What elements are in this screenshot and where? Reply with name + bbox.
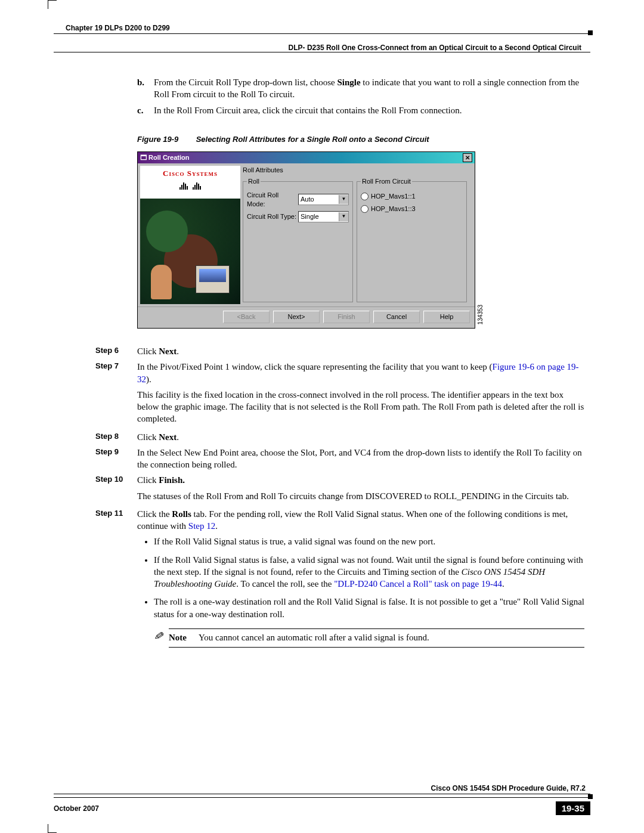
dialog-splash: Cisco Systems [140,166,240,304]
next-button[interactable]: Next> [273,311,320,323]
footer-guide: Cisco ONS 15454 SDH Procedure Guide, R7.… [48,784,586,792]
radio-icon [361,193,369,200]
radio-icon [361,205,369,213]
roll-from-option-1[interactable]: HOP_Mavs1::1 [361,192,463,201]
step-6-label: Step 6 [95,345,137,357]
roll-legend: Roll [247,177,261,186]
header-chapter: Chapter 19 DLPs D200 to D299 [66,24,596,32]
roll-attributes-label: Roll Attributes [243,166,471,175]
step-11-label: Step 11 [95,508,137,532]
roll-creation-dialog: 🗔 Roll Creation ✕ Cisco Systems [137,151,475,329]
cisco-logo: Cisco Systems [140,166,240,179]
step-7-text: In the Pivot/Fixed Point 1 window, click… [137,361,584,385]
bullet-3: The roll is a one-way destination roll a… [154,596,584,620]
page-number: 19-35 [556,801,590,815]
step-9-text: In the Select New End Point area, choose… [137,447,584,471]
roll-mode-label: Circuit Roll Mode: [247,191,298,209]
item-c-label: c. [137,104,154,116]
step-7-para2: This facility is the fixed location in t… [137,389,584,425]
item-c-text: In the Roll From Circuit area, click the… [154,104,462,116]
note-label: Note [169,631,199,643]
roll-mode-select[interactable]: Auto ▼ [298,194,349,205]
step-8-label: Step 8 [95,431,137,443]
step-6-text: Click Next. [137,345,179,357]
step-link[interactable]: Step 12 [188,521,215,531]
step-10-para2: The statuses of the Roll From and Roll T… [137,490,584,502]
help-button[interactable]: Help [423,311,470,323]
figure-id: 134353 [476,305,485,324]
dialog-titlebar: 🗔 Roll Creation ✕ [138,152,475,163]
step-9-label: Step 9 [95,447,137,471]
close-icon[interactable]: ✕ [463,153,472,162]
roll-panel: Roll Circuit Roll Mode: Auto ▼ Circuit R… [243,177,353,302]
note-icon: ✎ [153,628,165,646]
header-section: DLP- D235 Roll One Cross-Connect from an… [48,44,581,52]
task-link[interactable]: "DLP-D240 Cancel a Roll" task on page 19… [334,579,502,589]
chevron-down-icon: ▼ [339,195,348,204]
footer-date: October 2007 [54,804,99,813]
roll-from-panel: Roll From Circuit HOP_Mavs1::1 HOP_Mavs1… [357,177,467,302]
finish-button: Finish [323,311,370,323]
back-button: <Back [223,311,270,323]
step-10-label: Step 10 [95,474,137,486]
step-10-text: Click Finish. [137,474,185,486]
wizard-icon: 🗔 [140,154,147,161]
item-b-label: b. [137,76,154,101]
note-text: You cannot cancel an automatic roll afte… [199,631,429,643]
step-7-label: Step 7 [95,361,137,385]
bullet-2: If the Roll Valid Signal status is false… [154,554,584,590]
chevron-down-icon: ▼ [339,212,348,221]
roll-from-option-2[interactable]: HOP_Mavs1::3 [361,205,463,213]
roll-from-legend: Roll From Circuit [361,177,412,186]
roll-type-select[interactable]: Single ▼ [298,211,349,222]
cancel-button[interactable]: Cancel [373,311,420,323]
step-11-text: Click the Rolls tab. For the pending rol… [137,508,584,532]
roll-type-label: Circuit Roll Type: [247,212,298,221]
cisco-bars-icon [140,179,240,190]
dialog-title: Roll Creation [148,154,189,161]
step-8-text: Click Next. [137,431,179,443]
bullet-1: If the Roll Valid Signal status is true,… [154,535,584,547]
item-b-text: From the Circuit Roll Type drop-down lis… [154,76,584,101]
figure-caption: Figure 19-9 Selecting Roll Attributes fo… [137,134,584,145]
